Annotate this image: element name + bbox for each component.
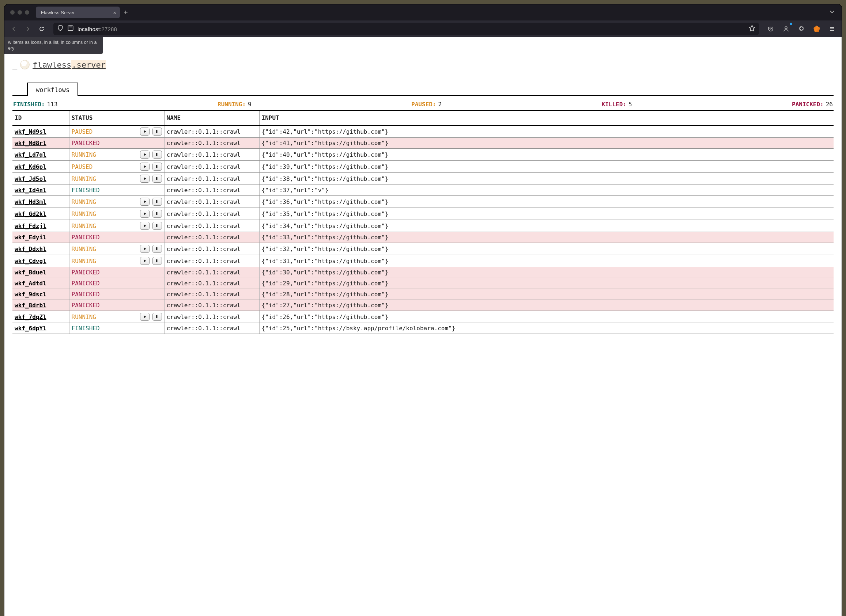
play-button[interactable] [140,175,150,183]
page-tabs: workflows [12,82,834,96]
workflow-link[interactable]: wkf_Nd9sl [15,128,46,135]
svg-rect-0 [68,26,73,31]
table-row: wkf_6dpYlFINISHEDcrawler::0.1.1::crawl{"… [12,323,834,334]
play-button[interactable] [140,245,150,253]
tab-workflows[interactable]: workflows [27,82,78,96]
status-label: RUNNING [72,151,97,158]
cell-id: wkf_Hd3ml [12,196,69,208]
pause-button[interactable] [153,198,162,206]
brand-link[interactable]: flawless.server [32,60,106,69]
toolbar: localhost:27288 [4,21,842,37]
address-bar[interactable]: localhost:27288 [53,23,759,35]
workflow-link[interactable]: wkf_Bduel [15,269,46,276]
pause-button[interactable] [153,163,162,171]
cell-id: wkf_9dscl [12,289,69,300]
site-info-icon[interactable] [67,25,74,33]
metamask-icon[interactable] [811,23,822,35]
back-button[interactable] [8,23,20,35]
cell-id: wkf_Nd9sl [12,125,69,138]
cell-input: {"id":40,"url":"https://github.com"} [259,149,834,161]
minimize-window-dot[interactable] [18,10,22,15]
pause-button[interactable] [153,210,162,218]
status-label: PAUSED [72,128,97,135]
play-button[interactable] [140,151,150,158]
play-button[interactable] [140,313,150,321]
cell-status: PAUSED [69,161,164,173]
cell-status: RUNNING [69,149,164,161]
play-button[interactable] [140,198,150,206]
pause-button[interactable] [153,128,162,136]
forward-button[interactable] [22,23,34,35]
cell-input: {"id":25,"url":"https://bsky.app/profile… [259,323,834,334]
play-button[interactable] [140,210,150,218]
table-row: wkf_8drblPANICKEDcrawler::0.1.1::crawl{"… [12,300,834,311]
cell-id: wkf_Ddxhl [12,243,69,255]
table-row: wkf_EdyilPANICKEDcrawler::0.1.1::crawl{"… [12,232,834,243]
cell-status: RUNNING [69,311,164,323]
cell-input: {"id":33,"url":"https://github.com"} [259,232,834,243]
cell-input: {"id":38,"url":"https://github.com"} [259,173,834,185]
close-window-dot[interactable] [10,10,15,15]
pause-button[interactable] [153,245,162,253]
cell-input: {"id":42,"url":"https://github.com"} [259,125,834,138]
workflow-link[interactable]: wkf_6dpYl [15,325,46,332]
zoom-window-dot[interactable] [25,10,29,15]
workflow-link[interactable]: wkf_Kd6pl [15,163,46,170]
play-button[interactable] [140,128,150,136]
col-id: ID [12,110,69,125]
extensions-icon[interactable] [796,23,807,35]
status-label: RUNNING [72,198,97,205]
pause-button[interactable] [153,175,162,183]
table-row: wkf_9dsclPANICKEDcrawler::0.1.1::crawl{"… [12,289,834,300]
workflows-table: ID STATUS NAME INPUT wkf_Nd9slPAUSEDcraw… [12,110,834,334]
workflow-link[interactable]: wkf_Fdzjl [15,223,46,229]
workflow-link[interactable]: wkf_Ddxhl [15,245,46,252]
cell-name: crawler::0.1.1::crawl [164,185,259,196]
account-icon[interactable] [780,23,792,35]
pause-button[interactable] [153,313,162,321]
stat-paused: PAUSED:2 [411,101,442,108]
workflow-link[interactable]: wkf_Adtdl [15,280,46,287]
app-menu-icon[interactable] [826,23,838,35]
bookmark-star-icon[interactable] [749,25,755,33]
table-header-row: ID STATUS NAME INPUT [12,110,834,125]
cell-status: PANICKED [69,289,164,300]
cell-input: {"id":30,"url":"https://github.com"} [259,267,834,278]
list-tabs-button[interactable] [826,7,838,18]
reload-button[interactable] [36,23,47,35]
workflow-link[interactable]: wkf_8drbl [15,302,46,309]
shield-icon[interactable] [57,25,64,33]
view-mode-tooltip: w items as icons, in a list, in columns … [4,37,103,54]
workflow-link[interactable]: wkf_Gd2kl [15,210,46,217]
play-button[interactable] [140,222,150,230]
workflow-link[interactable]: wkf_Md8rl [15,139,46,147]
pocket-icon[interactable] [765,23,777,35]
cell-id: wkf_Gd2kl [12,208,69,220]
cell-id: wkf_6dpYl [12,323,69,334]
new-tab-button[interactable]: + [123,9,128,17]
pause-button[interactable] [153,222,162,230]
pause-button[interactable] [153,257,162,265]
brand: _ flawless.server [12,60,834,69]
close-tab-icon[interactable]: × [113,9,116,16]
workflow-link[interactable]: wkf_Id4nl [15,187,46,194]
table-row: wkf_AdtdlPANICKEDcrawler::0.1.1::crawl{"… [12,278,834,289]
workflow-link[interactable]: wkf_Jd5ol [15,175,46,182]
browser-window: Flawless Server × + localhost:27288 [4,4,842,616]
workflow-link[interactable]: wkf_Cdvgl [15,258,46,264]
browser-tab[interactable]: Flawless Server × [36,7,120,18]
workflow-link[interactable]: wkf_Hd3ml [15,198,46,205]
play-button[interactable] [140,163,150,171]
status-label: PANICKED [72,139,100,147]
workflow-link[interactable]: wkf_9dscl [15,291,46,298]
status-label: RUNNING [72,210,97,217]
col-status: STATUS [69,110,164,125]
workflow-link[interactable]: wkf_Ld7ql [15,151,46,158]
workflow-link[interactable]: wkf_Edyil [15,234,46,241]
pause-button[interactable] [153,151,162,158]
cell-input: {"id":26,"url":"https://github.com"} [259,311,834,323]
play-button[interactable] [140,257,150,265]
status-label: PANICKED [72,302,100,309]
workflow-link[interactable]: wkf_7dqZl [15,314,46,320]
status-label: PANICKED [72,234,100,241]
